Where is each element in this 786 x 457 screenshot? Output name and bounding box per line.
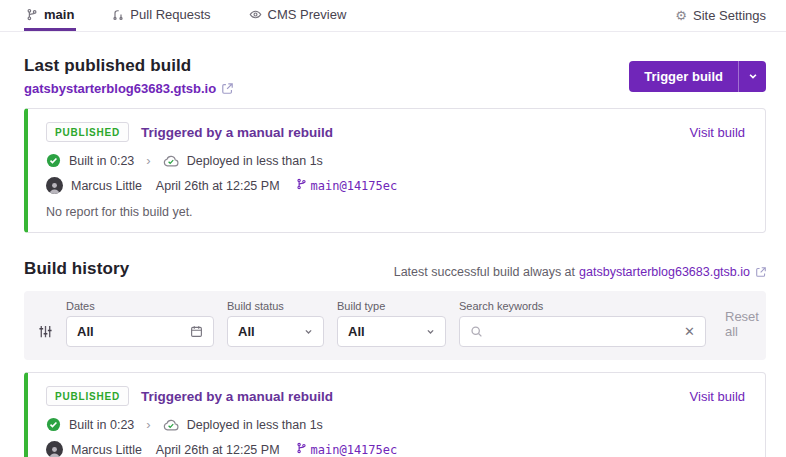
dates-value: All	[77, 324, 190, 339]
cloud-check-icon	[163, 154, 179, 168]
search-input[interactable]	[490, 324, 684, 339]
site-url-link[interactable]: gatsbystarterblog63683.gtsb.io	[24, 81, 216, 96]
status-badge: PUBLISHED	[46, 122, 129, 142]
chevron-right-icon: ›	[142, 417, 154, 432]
deployed-text: Deployed in less than 1s	[187, 418, 323, 432]
check-circle-icon	[46, 417, 61, 432]
latest-note-text: Latest successful build always at	[394, 265, 575, 279]
build-author: Marcus Little	[71, 443, 142, 457]
tab-bar: main Pull Requests CMS Preview ⚙ Site Se…	[0, 0, 786, 32]
build-author: Marcus Little	[71, 179, 142, 193]
branch-icon	[26, 8, 38, 21]
external-link-icon	[222, 83, 233, 94]
tab-pull-requests[interactable]: Pull Requests	[110, 0, 212, 31]
build-type-value: All	[348, 324, 426, 339]
gear-icon: ⚙	[675, 9, 687, 22]
cloud-check-icon	[163, 418, 179, 432]
latest-build-link[interactable]: gatsbystarterblog63683.gtsb.io	[579, 265, 750, 279]
pull-request-icon	[112, 8, 124, 21]
page-title: Last published build	[24, 56, 233, 76]
tabbar-spacer	[382, 0, 675, 31]
visit-build-link[interactable]: Visit build	[690, 125, 745, 140]
status-badge: PUBLISHED	[46, 386, 129, 406]
build-status-filter-group: Build status All	[227, 300, 324, 347]
avatar	[46, 177, 63, 194]
check-circle-icon	[46, 153, 61, 168]
build-date: April 26th at 12:25 PM	[156, 443, 280, 457]
eye-icon	[249, 8, 262, 21]
built-in-text: Built in 0:23	[69, 154, 134, 168]
build-history-header: Build history Latest successful build al…	[24, 259, 766, 279]
clear-search-icon[interactable]: ✕	[684, 324, 695, 339]
build-report-text: No report for this build yet.	[46, 205, 745, 219]
chevron-down-icon	[304, 327, 313, 336]
reset-all-button[interactable]: Reset all	[725, 309, 759, 339]
build-type-filter-group: Build type All	[337, 300, 446, 347]
branch-icon	[296, 442, 307, 457]
trigger-build-dropdown[interactable]	[739, 61, 766, 92]
built-in-text: Built in 0:23	[69, 418, 134, 432]
site-settings-label: Site Settings	[693, 8, 766, 23]
tab-label: Pull Requests	[130, 7, 210, 22]
tab-cms-preview[interactable]: CMS Preview	[247, 0, 349, 31]
build-history-title: Build history	[24, 259, 129, 279]
build-type-select[interactable]: All	[337, 316, 446, 347]
dates-input[interactable]: All	[66, 316, 214, 347]
build-status-value: All	[238, 324, 304, 339]
tab-main[interactable]: main	[24, 0, 76, 31]
chevron-down-icon	[748, 67, 758, 85]
last-published-header: Last published build gatsbystarterblog63…	[24, 56, 766, 96]
build-trigger-text: Triggered by a manual rebuild	[141, 125, 333, 140]
search-label: Search keywords	[459, 300, 706, 312]
build-status-label: Build status	[227, 300, 324, 312]
filter-bar: Dates All Build status All Build type	[24, 291, 766, 360]
avatar	[46, 441, 63, 457]
commit-ref[interactable]: main@14175ec	[296, 178, 398, 193]
trigger-build-button[interactable]: Trigger build	[629, 61, 738, 92]
visit-build-link[interactable]: Visit build	[690, 389, 745, 404]
trigger-build-button-group: Trigger build	[629, 61, 766, 92]
search-icon	[470, 325, 483, 338]
filter-sliders-icon	[38, 324, 53, 339]
calendar-icon	[190, 325, 203, 338]
chevron-right-icon: ›	[142, 153, 154, 168]
commit-text: main@14175ec	[311, 179, 398, 193]
deployed-text: Deployed in less than 1s	[187, 154, 323, 168]
chevron-down-icon	[426, 327, 435, 336]
tab-label: main	[44, 7, 74, 22]
search-box: ✕	[459, 316, 706, 347]
external-link-icon	[756, 267, 766, 277]
commit-ref[interactable]: main@14175ec	[296, 442, 398, 457]
dates-label: Dates	[66, 300, 214, 312]
search-filter-group: Search keywords ✕	[459, 300, 706, 347]
branch-icon	[296, 178, 307, 193]
build-card: PUBLISHED Triggered by a manual rebuild …	[24, 108, 766, 233]
build-trigger-text: Triggered by a manual rebuild	[141, 389, 333, 404]
commit-text: main@14175ec	[311, 443, 398, 457]
build-type-label: Build type	[337, 300, 446, 312]
build-status-select[interactable]: All	[227, 316, 324, 347]
build-date: April 26th at 12:25 PM	[156, 179, 280, 193]
dates-filter-group: Dates All	[66, 300, 214, 347]
build-card: PUBLISHED Triggered by a manual rebuild …	[24, 372, 766, 457]
site-settings-button[interactable]: ⚙ Site Settings	[675, 0, 766, 31]
tab-label: CMS Preview	[268, 7, 347, 22]
